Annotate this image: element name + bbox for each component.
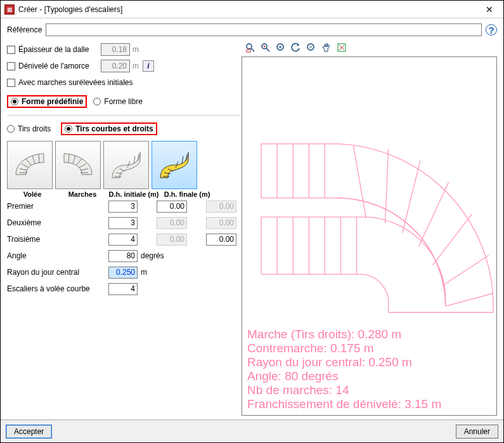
rayon-unit: m — [141, 268, 147, 277]
preview-pane: Marche (Tirs droits): 0.280 m Contremarc… — [242, 56, 497, 416]
start-offset-label: Dénivelé de l'amorce — [18, 62, 101, 70]
tool-pan-icon[interactable] — [320, 41, 333, 54]
tool-print-icon[interactable] — [335, 41, 348, 54]
thumb-s-curve[interactable] — [103, 141, 149, 189]
hdr-dh-init: D.h. initiale (m) — [107, 190, 160, 198]
start-offset-unit: m — [132, 62, 139, 70]
thumb-curve-left[interactable] — [7, 141, 53, 189]
troisieme-dh-final[interactable] — [206, 234, 236, 246]
row-premier-label: Premier — [7, 202, 108, 211]
app-icon: ▦ — [4, 4, 15, 15]
titlebar: ▦ Créer - [Typologies d'escaliers] ✕ — [1, 1, 503, 18]
deuxieme-dh-init — [157, 217, 187, 229]
thumb-s-curve-yellow[interactable] — [152, 141, 197, 189]
info-icon[interactable]: i — [143, 60, 154, 72]
runs-straight-radio[interactable] — [7, 125, 15, 133]
svg-line-28 — [266, 48, 269, 51]
svg-line-53 — [446, 293, 493, 306]
svg-point-24 — [247, 44, 252, 49]
tool-zoom-out-icon[interactable] — [305, 41, 318, 54]
accept-button[interactable]: Accepter — [6, 425, 52, 439]
deuxieme-marches[interactable] — [108, 217, 138, 229]
info-contremarche: Contremarche: 0.175 m — [247, 341, 441, 355]
angle-input[interactable] — [108, 250, 138, 262]
premier-dh-final — [206, 201, 236, 213]
info-franch: Franchissement de dénivelé: 3.15 m — [247, 397, 441, 411]
deuxieme-dh-final — [206, 217, 236, 229]
svg-line-52 — [443, 255, 489, 286]
reference-label: Référence — [7, 25, 42, 34]
troisieme-dh-init — [157, 234, 187, 246]
angle-label: Angle — [7, 251, 108, 260]
start-offset-checkbox[interactable] — [7, 62, 15, 70]
footer: Accepter Annuler — [1, 420, 503, 442]
info-angle: Angle: 80 degrés — [247, 369, 441, 383]
runs-straight-label: Tirs droits — [18, 124, 51, 133]
preview-toolbar — [244, 41, 497, 54]
slab-thickness-checkbox[interactable] — [7, 46, 15, 54]
svg-line-25 — [251, 48, 254, 51]
svg-line-50 — [419, 182, 449, 246]
svg-line-47 — [353, 146, 366, 218]
hdr-dh-final: D.h. finale (m) — [160, 190, 214, 198]
thumb-curve-right[interactable] — [55, 141, 101, 189]
shape-predef-radio[interactable] — [11, 98, 18, 105]
help-button[interactable]: ? — [486, 24, 497, 36]
raised-initial-checkbox[interactable] — [7, 79, 15, 87]
row-troisieme-label: Troisième — [7, 235, 108, 244]
cancel-button[interactable]: Annuler — [456, 425, 498, 439]
hdr-marches: Marches — [58, 190, 107, 198]
info-rayon: Rayon du jour central: 0.250 m — [247, 355, 441, 369]
shape-predef-label: Forme prédéfinie — [22, 97, 83, 106]
runs-curved-label: Tirs courbes et droits — [75, 124, 153, 133]
courbe-label: Escaliers à volée courbe — [7, 284, 108, 293]
close-button[interactable]: ✕ — [479, 3, 500, 16]
highlight-runs-curved: Tirs courbes et droits — [61, 122, 157, 135]
angle-unit: degrés — [141, 251, 164, 260]
svg-line-48 — [385, 149, 389, 223]
window-title: Créer - [Typologies d'escaliers] — [18, 5, 479, 14]
row-deuxieme-label: Deuxième — [7, 218, 108, 227]
slab-thickness-unit: m — [132, 45, 139, 54]
hdr-volee: Volée — [7, 190, 58, 198]
slab-thickness-label: Épaisseur de la dalle — [18, 45, 101, 54]
premier-marches[interactable] — [108, 201, 138, 213]
preview-info: Marche (Tirs droits): 0.280 m Contremarc… — [247, 327, 441, 411]
courbe-input[interactable] — [108, 283, 138, 295]
shape-free-radio[interactable] — [93, 98, 101, 105]
tool-zoom-in-icon[interactable] — [275, 41, 287, 54]
start-offset-input — [101, 60, 130, 72]
info-marche: Marche (Tirs droits): 0.280 m — [247, 327, 441, 341]
raised-initial-label: Avec marches surélevées initiales — [18, 78, 133, 87]
premier-dh-init[interactable] — [157, 201, 187, 213]
info-nb: Nb de marches: 14 — [247, 383, 441, 397]
troisieme-marches[interactable] — [108, 234, 138, 246]
shape-free-label: Forme libre — [104, 97, 143, 106]
svg-rect-26 — [247, 50, 250, 52]
tool-zoom-prev-icon[interactable] — [290, 41, 302, 54]
reference-input[interactable] — [46, 23, 482, 36]
rayon-input[interactable] — [108, 267, 138, 279]
rayon-label: Rayon du jour central — [7, 268, 108, 277]
tool-zoom-extents-icon[interactable] — [259, 41, 272, 54]
svg-line-51 — [433, 214, 472, 265]
highlight-shape-predef: Forme prédéfinie — [7, 95, 87, 108]
tool-zoom-window-icon[interactable] — [244, 41, 257, 54]
slab-thickness-input — [101, 43, 130, 56]
runs-curved-radio[interactable] — [65, 125, 72, 133]
